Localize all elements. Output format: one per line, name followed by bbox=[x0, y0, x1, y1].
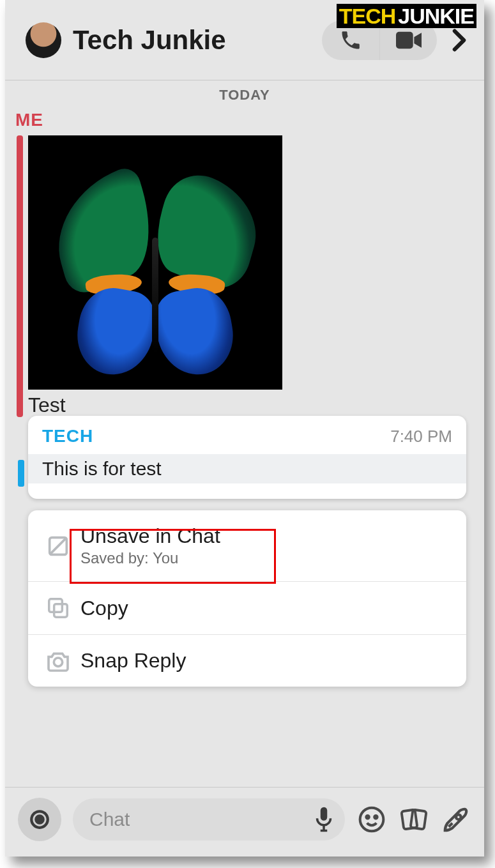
cards-icon bbox=[399, 805, 429, 834]
gallery-button[interactable] bbox=[399, 804, 429, 835]
received-color-bar bbox=[18, 460, 24, 487]
message-image[interactable] bbox=[28, 135, 282, 390]
svg-rect-2 bbox=[49, 599, 63, 613]
message-text: Test bbox=[28, 390, 475, 417]
menu-unsave[interactable]: Unsave in Chat Saved by: You bbox=[28, 510, 466, 581]
menu-unsave-title: Unsave in Chat bbox=[80, 524, 220, 548]
menu-snapreply-title: Snap Reply bbox=[80, 649, 186, 673]
rocket-icon bbox=[441, 805, 471, 834]
chat-input-field[interactable]: Chat bbox=[73, 798, 345, 841]
popover-body: This is for test bbox=[28, 454, 466, 483]
chevron-right-icon bbox=[452, 29, 466, 52]
avatar[interactable] bbox=[26, 22, 61, 58]
svg-point-12 bbox=[374, 816, 377, 818]
menu-copy[interactable]: Copy bbox=[28, 581, 466, 634]
svg-rect-14 bbox=[411, 810, 427, 830]
chat-title: Tech Junkie bbox=[73, 25, 322, 56]
svg-rect-0 bbox=[396, 31, 413, 49]
copy-icon bbox=[40, 596, 77, 620]
camera-button[interactable] bbox=[18, 798, 61, 841]
watermark: TECHJUNKIE bbox=[337, 4, 476, 29]
svg-rect-3 bbox=[54, 604, 68, 618]
smiley-icon bbox=[358, 805, 386, 834]
date-separator: TODAY bbox=[5, 80, 484, 107]
chat-screen: TECHJUNKIE Tech Junkie TODAY ME bbox=[5, 0, 484, 857]
svg-point-10 bbox=[360, 808, 384, 832]
selected-message-card: TECH 7:40 PM This is for test bbox=[28, 416, 466, 499]
sticker-button[interactable] bbox=[356, 804, 387, 835]
svg-point-4 bbox=[54, 658, 62, 666]
chat-input-placeholder: Chat bbox=[89, 809, 314, 830]
svg-rect-7 bbox=[321, 807, 328, 821]
watermark-part2: JUNKIE bbox=[397, 4, 476, 28]
menu-unsave-subtitle: Saved by: You bbox=[80, 549, 220, 567]
phone-icon bbox=[339, 29, 362, 52]
popover-time: 7:40 PM bbox=[390, 427, 452, 446]
rocket-button[interactable] bbox=[441, 804, 471, 835]
sender-color-bar bbox=[17, 135, 23, 417]
camera-icon bbox=[40, 650, 77, 672]
svg-point-15 bbox=[456, 814, 461, 819]
menu-snap-reply[interactable]: Snap Reply bbox=[28, 634, 466, 687]
popover-sender: TECH bbox=[42, 426, 93, 446]
message-action-menu: Unsave in Chat Saved by: You Copy Snap R… bbox=[28, 510, 466, 687]
menu-copy-title: Copy bbox=[80, 597, 128, 620]
unsave-icon bbox=[40, 533, 77, 559]
svg-rect-13 bbox=[401, 810, 417, 830]
sender-me-label: ME bbox=[5, 107, 484, 135]
svg-point-11 bbox=[366, 816, 369, 818]
chat-input-bar: Chat bbox=[5, 787, 484, 857]
camera-shutter-icon bbox=[29, 809, 50, 830]
my-message: Test bbox=[17, 135, 475, 417]
svg-point-6 bbox=[36, 816, 43, 823]
watermark-part1: TECH bbox=[337, 4, 397, 28]
microphone-icon[interactable] bbox=[314, 806, 333, 833]
video-icon bbox=[396, 31, 422, 49]
